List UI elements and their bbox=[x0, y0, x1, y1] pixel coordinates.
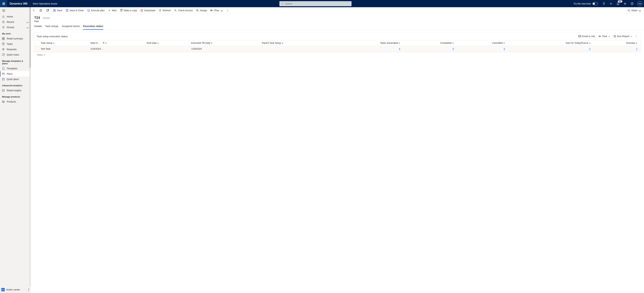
svg-rect-35 bbox=[578, 36, 581, 37]
chart-icon bbox=[2, 89, 5, 92]
try-new-label: Try the new look bbox=[574, 2, 591, 5]
check-access-button[interactable]: Check Access bbox=[172, 7, 194, 14]
col-executed-till[interactable]: Executed Till Date bbox=[190, 40, 260, 46]
sidebar-item-tasks[interactable]: Tasks bbox=[0, 41, 31, 47]
chevron-down-icon bbox=[630, 36, 632, 37]
report-icon bbox=[614, 35, 616, 38]
sidebar-label: Requests bbox=[7, 48, 16, 51]
action-center-badge: AC bbox=[1, 288, 5, 291]
toggle-switch[interactable] bbox=[592, 2, 598, 5]
help-button[interactable] bbox=[628, 0, 636, 7]
arrow-left-icon bbox=[32, 9, 35, 12]
tab-assigned-stores[interactable]: Assigned stores bbox=[62, 25, 80, 30]
add-button[interactable] bbox=[608, 0, 614, 7]
subgrid-flow-button[interactable]: Flow bbox=[598, 34, 612, 38]
notifications-button[interactable]: 99+ bbox=[614, 0, 622, 7]
col-tasks-generated[interactable]: Tasks Generated bbox=[332, 40, 404, 46]
col-parent-task[interactable]: Parent Task Setup bbox=[260, 40, 332, 46]
svg-rect-31 bbox=[120, 10, 122, 11]
open-record-set-button[interactable] bbox=[38, 7, 44, 14]
col-cancelled[interactable]: Cancelled bbox=[457, 40, 508, 46]
link-completed[interactable]: 0 bbox=[453, 48, 454, 50]
col-task-setup[interactable]: Task Setup bbox=[39, 40, 89, 46]
sidebar-item-recent[interactable]: Recent bbox=[0, 19, 31, 25]
new-button[interactable]: New bbox=[106, 7, 118, 14]
link-due-today-future[interactable]: 3 bbox=[589, 48, 590, 50]
link-overdue[interactable]: 1 bbox=[636, 48, 638, 50]
flow-icon bbox=[599, 35, 601, 38]
sidebar-group-templates: Manage templates & plans bbox=[0, 57, 31, 66]
table-row[interactable]: Test Task 1/24/2024 … 1/29/2024 4 0 0 3 … bbox=[34, 46, 641, 52]
brand-label: Dynamics 365 bbox=[7, 2, 30, 5]
sidebar-item-plans[interactable]: Plans bbox=[0, 71, 31, 77]
search-icon bbox=[281, 3, 284, 5]
sidebar-item-products[interactable]: Products bbox=[0, 99, 31, 104]
clock-icon bbox=[2, 21, 5, 23]
tab-execution-status[interactable]: Execution status bbox=[83, 25, 103, 30]
col-start-date[interactable]: Start D… bbox=[89, 40, 145, 46]
grid-icon bbox=[2, 37, 5, 40]
search-input[interactable] bbox=[285, 2, 350, 5]
sidebar-group-mywork: My work bbox=[0, 30, 31, 36]
more-commands-button[interactable] bbox=[225, 7, 231, 14]
deactivate-button[interactable]: Deactivate bbox=[139, 7, 157, 14]
tab-details[interactable]: Details bbox=[34, 25, 42, 30]
save-close-button[interactable]: Save & Close bbox=[64, 7, 86, 14]
back-button[interactable] bbox=[31, 7, 37, 14]
chevron-down-icon bbox=[220, 9, 223, 12]
execute-plan-button[interactable]: Execute plan bbox=[86, 7, 106, 14]
popout-button[interactable] bbox=[44, 7, 51, 14]
global-search[interactable] bbox=[280, 1, 352, 6]
user-avatar[interactable]: SM bbox=[637, 1, 642, 6]
subgrid-more-button[interactable] bbox=[634, 35, 638, 38]
assign-button[interactable]: Assign bbox=[194, 7, 209, 14]
link-tasks-generated[interactable]: 4 bbox=[399, 48, 400, 50]
chevron-down-icon bbox=[608, 36, 610, 37]
record-entity: Plan bbox=[34, 20, 641, 23]
tab-task-setups[interactable]: Task setups bbox=[45, 25, 58, 30]
col-end-date[interactable]: End Date bbox=[145, 40, 190, 46]
record-state: - Saved bbox=[41, 17, 49, 19]
svg-rect-19 bbox=[2, 39, 3, 40]
sidebar-label: Home bbox=[7, 15, 13, 18]
make-copy-button[interactable]: Make a copy bbox=[118, 7, 139, 14]
hamburger-icon[interactable] bbox=[2, 10, 5, 12]
col-overdue[interactable]: Overdue bbox=[594, 40, 641, 46]
settings-button[interactable] bbox=[622, 0, 628, 7]
email-link-button[interactable]: Email a Link bbox=[577, 34, 596, 38]
svg-rect-24 bbox=[2, 54, 4, 56]
run-report-button[interactable]: Run Report bbox=[612, 34, 634, 38]
link-cancelled[interactable]: 0 bbox=[504, 48, 505, 50]
sidebar-label: Retail insights bbox=[7, 89, 21, 92]
sidebar-label: Quick notes bbox=[7, 53, 19, 56]
action-center-label: Action center bbox=[6, 288, 20, 291]
sidebar-footer-action-center[interactable]: AC Action center bbox=[0, 286, 31, 293]
flow-icon bbox=[210, 9, 213, 12]
col-due-today-future[interactable]: Due On Today/Future bbox=[508, 40, 594, 46]
try-new-look-toggle[interactable]: Try the new look bbox=[571, 2, 600, 5]
rows-count: Rows: 1 bbox=[34, 52, 641, 57]
updown-icon bbox=[28, 288, 30, 291]
share-button[interactable]: Share bbox=[626, 7, 643, 14]
sidebar-item-pinned[interactable]: Pinned bbox=[0, 25, 31, 30]
sidebar-item-requests[interactable]: Requests bbox=[0, 47, 31, 52]
sidebar-item-retail-insights[interactable]: Retail insights bbox=[0, 88, 31, 93]
box-icon bbox=[2, 100, 5, 103]
save-button[interactable]: Save bbox=[52, 7, 64, 14]
sidebar-item-quick-notes[interactable]: Quick notes bbox=[0, 52, 31, 57]
sidebar-scrollbar-thumb[interactable] bbox=[29, 7, 31, 68]
sidebar-item-quick-plans[interactable]: Quick plans bbox=[0, 77, 31, 82]
flow-button[interactable]: Flow bbox=[209, 7, 225, 14]
svg-rect-10 bbox=[3, 4, 4, 5]
copy-icon bbox=[120, 9, 122, 12]
svg-point-12 bbox=[282, 3, 283, 4]
svg-point-22 bbox=[3, 49, 4, 49]
col-completed[interactable]: Completed bbox=[404, 40, 457, 46]
sidebar-group-products: Manage products bbox=[0, 93, 31, 99]
sidebar-item-templates[interactable]: Templates bbox=[0, 66, 31, 71]
app-launcher-button[interactable] bbox=[0, 0, 7, 7]
refresh-button[interactable]: Refresh bbox=[157, 7, 172, 14]
lightbulb-button[interactable] bbox=[600, 0, 608, 7]
sidebar-item-home[interactable]: Home bbox=[0, 14, 31, 19]
sidebar-item-retail-summary[interactable]: Retail summary bbox=[0, 36, 31, 41]
